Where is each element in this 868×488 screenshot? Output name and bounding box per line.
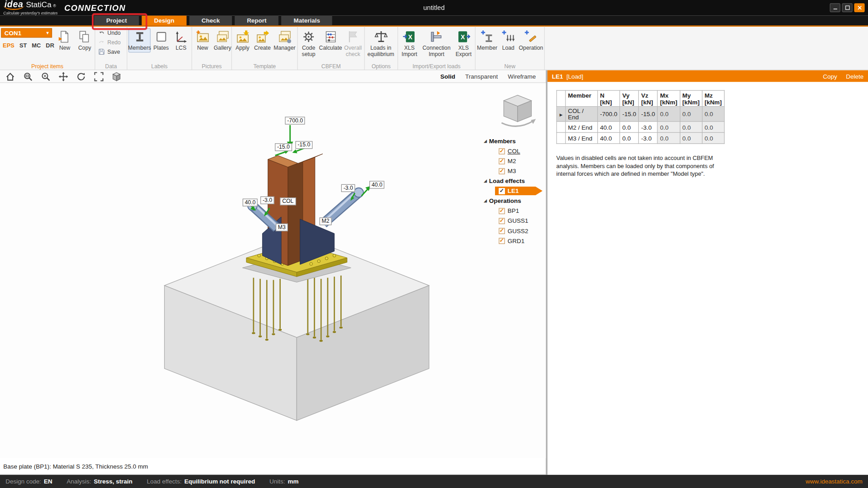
zoom-window-icon[interactable]: [23, 72, 33, 81]
maximize-button[interactable]: [842, 3, 852, 12]
tab-materials[interactable]: Materials: [282, 15, 332, 25]
group-label-template: Template: [232, 63, 297, 69]
connection-selector-value: CON1: [5, 30, 21, 37]
home-view-icon[interactable]: [5, 72, 15, 81]
tab-report[interactable]: Report: [235, 15, 278, 25]
design-code-value[interactable]: EN: [44, 478, 52, 485]
cbfem-note: Values in disabled cells are not taken i…: [557, 154, 725, 178]
ribbon-group-data: Undo Redo Save Data: [95, 27, 127, 70]
picture-gallery-button[interactable]: Gallery: [213, 28, 232, 52]
mode-st-button[interactable]: ST: [19, 42, 27, 49]
view-mode-wireframe[interactable]: Wireframe: [508, 73, 536, 80]
template-apply-button[interactable]: Apply: [233, 28, 252, 52]
connection-import-button[interactable]: Connection Import: [421, 28, 452, 59]
load-effects-value[interactable]: Equilibrium not required: [184, 478, 255, 485]
undo-icon: [98, 29, 105, 36]
ribbon-group-cbfem: Code setup Calculate Overall check CBFEM: [298, 27, 365, 70]
gallery-icon: [216, 30, 230, 44]
labels-lcs-toggle[interactable]: LCS: [172, 28, 191, 52]
group-label-data: Data: [95, 63, 127, 69]
copy-load-button[interactable]: Copy: [823, 73, 837, 80]
ribbon-group-options: Loads in equilibrium Options: [365, 27, 398, 70]
tab-project[interactable]: Project: [94, 15, 139, 25]
connection-selector[interactable]: CON1 ▾: [1, 28, 52, 38]
logo-registered-mark: ®: [53, 2, 56, 10]
new-load-button[interactable]: Load: [499, 28, 518, 52]
rotate-view-icon[interactable]: [76, 72, 86, 81]
tab-design[interactable]: Design: [142, 15, 187, 25]
template-manager-button[interactable]: Manager: [273, 28, 296, 52]
checkbox-grd1[interactable]: ✓: [499, 238, 505, 244]
code-setup-button[interactable]: Code setup: [299, 28, 318, 59]
website-link[interactable]: www.ideastatica.com: [806, 478, 863, 485]
mode-eps-button[interactable]: EPS: [3, 42, 14, 49]
3d-viewport[interactable]: -700.0 -15.0 -15.0 40.0 -3.0 -3.0 40.0 C…: [0, 83, 546, 458]
mode-dr-button[interactable]: DR: [46, 42, 54, 49]
redo-button[interactable]: Redo: [96, 38, 122, 47]
pan-icon[interactable]: [59, 72, 68, 81]
new-operation-button[interactable]: Operation: [519, 28, 543, 52]
labels-plates-toggle[interactable]: Plates: [152, 28, 171, 52]
view-mode-transparent[interactable]: Transparent: [465, 73, 498, 80]
member-label-col: COL: [280, 197, 296, 205]
xls-export-icon: [457, 30, 471, 44]
new-member-icon: [480, 30, 494, 44]
checkbox-guss2[interactable]: ✓: [499, 228, 505, 234]
table-row-m3-end[interactable]: M3 / End 40.0 0.0 -3.0 0.0 0.0 0.0: [557, 133, 724, 144]
overall-check-button[interactable]: Overall check: [343, 28, 363, 59]
tree-item-grd1[interactable]: ✓GRD1: [484, 236, 545, 246]
delete-load-button[interactable]: Delete: [846, 73, 863, 80]
checkbox-col[interactable]: ✓: [499, 148, 505, 154]
tree-load-effects-header[interactable]: ◢Load effects: [484, 176, 545, 186]
table-row-m2-end[interactable]: M2 / End 40.0 0.0 -3.0 0.0 0.0 0.0: [557, 122, 724, 132]
3d-scene[interactable]: [0, 83, 546, 458]
ribbon-group-project-items: CON1 ▾ EPS ST MC DR New Copy: [0, 27, 95, 70]
zoom-fit-icon[interactable]: [94, 72, 104, 81]
template-create-button[interactable]: Create: [253, 28, 272, 52]
chevron-down-icon: ▾: [47, 30, 49, 35]
picture-new-button[interactable]: New: [193, 28, 212, 52]
load-label-n-top: -700.0: [285, 117, 305, 124]
render-cube-icon[interactable]: [112, 72, 121, 81]
units-value[interactable]: mm: [288, 478, 299, 485]
calculate-button[interactable]: Calculate: [319, 28, 341, 52]
tree-item-m3[interactable]: ✓M3: [484, 166, 545, 176]
close-icon: [856, 5, 863, 11]
mode-mc-button[interactable]: MC: [32, 42, 41, 49]
labels-members-toggle[interactable]: Members: [128, 28, 151, 52]
undo-button[interactable]: Undo: [96, 28, 122, 37]
tree-item-le1-selected[interactable]: ✓LE1: [495, 187, 542, 196]
navigation-cube[interactable]: [496, 92, 539, 128]
checkbox-le1[interactable]: ✓: [499, 188, 505, 194]
minimize-button[interactable]: [830, 3, 840, 12]
selected-row-arrow-icon: ▶: [560, 113, 563, 117]
save-button[interactable]: Save: [96, 47, 122, 56]
tab-check[interactable]: Check: [189, 15, 232, 25]
idea-statica-logo: idea StatiCa ® Calculate yesterday's est…: [3, 0, 57, 15]
analysis-value[interactable]: Stress, strain: [94, 478, 132, 485]
close-button[interactable]: [854, 3, 864, 12]
xls-import-button[interactable]: XLS Import: [399, 28, 420, 59]
tree-item-guss2[interactable]: ✓GUSS2: [484, 226, 545, 236]
tree-item-bp1[interactable]: ✓BP1: [484, 206, 545, 216]
view-mode-solid[interactable]: Solid: [440, 73, 455, 80]
checkbox-bp1[interactable]: ✓: [499, 208, 505, 214]
tree-operations-header[interactable]: ◢Operations: [484, 196, 545, 206]
zoom-icon[interactable]: [41, 72, 51, 81]
checkbox-m2[interactable]: ✓: [499, 158, 505, 164]
tree-item-guss1[interactable]: ✓GUSS1: [484, 216, 545, 226]
tree-item-col[interactable]: ✓COL: [484, 146, 545, 156]
copy-project-item-button[interactable]: Copy: [75, 28, 94, 52]
copy-icon: [78, 30, 92, 44]
new-project-item-button[interactable]: New: [55, 28, 74, 52]
xls-export-button[interactable]: XLS Export: [453, 28, 474, 59]
axes-icon: [174, 30, 188, 44]
tree-item-m2[interactable]: ✓M2: [484, 156, 545, 166]
new-member-button[interactable]: Member: [476, 28, 498, 52]
status-bar: Design code: EN Analysis: Stress, strain…: [0, 475, 868, 488]
loads-in-equilibrium-button[interactable]: Loads in equilibrium: [366, 28, 396, 59]
tree-members-header[interactable]: ◢Members: [484, 136, 545, 146]
table-row-col-end[interactable]: ▶ COL / End -700.0 -15.0 -15.0 0.0 0.0 0…: [557, 107, 724, 122]
checkbox-m3[interactable]: ✓: [499, 168, 505, 174]
checkbox-guss1[interactable]: ✓: [499, 218, 505, 224]
